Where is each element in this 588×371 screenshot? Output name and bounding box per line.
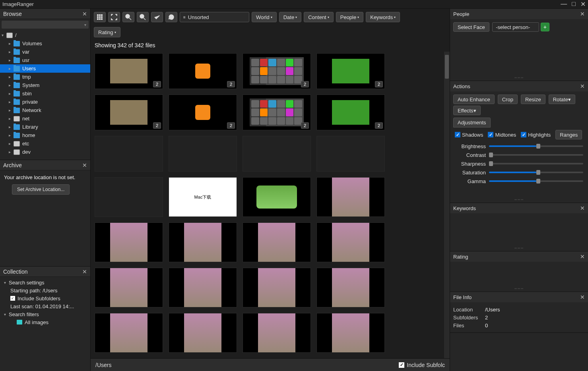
thumbnail[interactable]: 2 bbox=[316, 95, 385, 130]
tree-item-etc[interactable]: ▸etc bbox=[0, 139, 90, 148]
thumbnail[interactable]: 2 bbox=[169, 95, 237, 130]
close-icon[interactable]: ✕ bbox=[82, 269, 87, 275]
count-badge: 2 bbox=[227, 81, 235, 87]
tree-root[interactable]: ▾/ bbox=[0, 31, 90, 39]
thumbnail[interactable] bbox=[316, 268, 385, 307]
tree-item-private[interactable]: ▸private bbox=[0, 98, 90, 106]
tree-item-library[interactable]: ▸Library bbox=[0, 123, 90, 131]
tree-item-net[interactable]: ▸net bbox=[0, 114, 90, 123]
sharpness-slider[interactable]: Sharpness bbox=[453, 159, 585, 168]
maximize-button[interactable]: □ bbox=[572, 0, 576, 8]
shadows-check[interactable]: ✓Shadows bbox=[455, 132, 483, 138]
thumbnail[interactable] bbox=[95, 222, 163, 262]
zoom-in-button[interactable] bbox=[122, 12, 134, 22]
tree-item-var[interactable]: ▸var bbox=[0, 48, 90, 56]
thumbnail[interactable] bbox=[169, 136, 237, 172]
thumbnail[interactable] bbox=[243, 268, 311, 307]
thumbnail[interactable] bbox=[95, 177, 163, 217]
close-button[interactable]: ✕ bbox=[580, 0, 586, 8]
tree-item-tmp[interactable]: ▸tmp bbox=[0, 73, 90, 81]
thumbnail[interactable] bbox=[316, 136, 385, 172]
check-button[interactable] bbox=[151, 12, 163, 22]
fullscreen-button[interactable] bbox=[108, 12, 120, 22]
search-filters[interactable]: ▾Search filters bbox=[2, 310, 89, 318]
close-icon[interactable]: ✕ bbox=[580, 11, 585, 17]
close-icon[interactable]: ✕ bbox=[580, 253, 585, 260]
resize-button[interactable]: Resize bbox=[521, 95, 545, 104]
thumbnail[interactable] bbox=[243, 177, 311, 217]
close-icon[interactable]: ✕ bbox=[82, 162, 87, 168]
effects-button[interactable]: Effects▾ bbox=[453, 106, 481, 115]
thumbnail[interactable]: 2 bbox=[243, 95, 311, 130]
resize-grip[interactable]: ┉┉┉ bbox=[450, 245, 588, 251]
tree-item-users[interactable]: ▸Users bbox=[0, 64, 90, 73]
thumbnail[interactable] bbox=[316, 177, 385, 217]
tree-item-home[interactable]: ▸home bbox=[0, 131, 90, 139]
thumbnail[interactable] bbox=[316, 222, 385, 262]
minimize-button[interactable]: — bbox=[561, 0, 567, 8]
include-subfolders-check[interactable]: ✓ Include Subfolc bbox=[399, 362, 445, 368]
browse-dropdown[interactable]: ▾ bbox=[2, 21, 89, 29]
keywords-filter[interactable]: Keywords▾ bbox=[366, 12, 400, 22]
world-filter[interactable]: World▾ bbox=[252, 12, 277, 22]
select-person-dropdown[interactable]: -select person- bbox=[492, 22, 539, 32]
select-face-button[interactable]: Select Face bbox=[453, 22, 489, 32]
disk-icon bbox=[6, 33, 13, 38]
search-settings[interactable]: ▾Search settings bbox=[2, 278, 89, 286]
ranges-button[interactable]: Ranges bbox=[555, 130, 582, 139]
set-archive-button[interactable]: Set Archive Location... bbox=[12, 184, 70, 195]
thumbnail[interactable] bbox=[243, 222, 311, 262]
people-filter[interactable]: People▾ bbox=[336, 12, 363, 22]
add-person-button[interactable]: + bbox=[541, 23, 549, 31]
resize-grip[interactable]: ┉┉┉ bbox=[450, 286, 588, 292]
saturation-slider[interactable]: Saturation bbox=[453, 168, 585, 177]
thumbnail[interactable]: 2 bbox=[243, 53, 311, 89]
all-images-filter[interactable]: All images bbox=[2, 318, 89, 326]
close-icon[interactable]: ✕ bbox=[82, 11, 87, 17]
thumbnail[interactable] bbox=[243, 313, 311, 353]
midtones-check[interactable]: ✓Midtones bbox=[488, 132, 516, 138]
tree-item-system[interactable]: ▸System bbox=[0, 81, 90, 89]
thumbnail[interactable]: 2 bbox=[316, 53, 385, 89]
content-filter[interactable]: Content▾ bbox=[304, 12, 334, 22]
thumbnail[interactable]: Mac下载 bbox=[169, 177, 237, 217]
date-filter[interactable]: Date▾ bbox=[279, 12, 301, 22]
folder-icon bbox=[14, 41, 20, 46]
rating-filter[interactable]: Rating▾ bbox=[94, 27, 120, 37]
thumbnail[interactable] bbox=[316, 313, 385, 353]
resize-grip[interactable]: ┉┉┉ bbox=[450, 197, 588, 203]
contrast-slider[interactable]: Contrast bbox=[453, 151, 585, 159]
tree-item-dev[interactable]: ▸dev bbox=[0, 148, 90, 156]
thumbnail[interactable] bbox=[169, 268, 237, 307]
refresh-button[interactable] bbox=[165, 12, 177, 22]
thumbnail[interactable] bbox=[95, 136, 163, 172]
thumbnail[interactable] bbox=[243, 136, 311, 172]
close-icon[interactable]: ✕ bbox=[580, 294, 585, 300]
close-icon[interactable]: ✕ bbox=[580, 205, 585, 211]
include-subfolders-option[interactable]: ✓Include Subfolders bbox=[2, 294, 89, 302]
thumbnail[interactable]: 2 bbox=[169, 53, 237, 89]
zoom-out-button[interactable] bbox=[137, 12, 149, 22]
highlights-check[interactable]: ✓Highlights bbox=[521, 132, 551, 138]
thumbnail[interactable]: 2 bbox=[95, 53, 163, 89]
thumbnail[interactable] bbox=[95, 313, 163, 353]
tree-item-volumes[interactable]: ▸Volumes bbox=[0, 39, 90, 48]
tree-item-network[interactable]: ▸Network bbox=[0, 106, 90, 114]
rotate-button[interactable]: Rotate▾ bbox=[549, 95, 575, 104]
tree-item-usr[interactable]: ▸usr bbox=[0, 56, 90, 64]
resize-grip[interactable]: ┉┉┉ bbox=[450, 75, 588, 81]
close-icon[interactable]: ✕ bbox=[580, 83, 585, 89]
thumbnail[interactable]: 2 bbox=[95, 95, 163, 130]
sort-select[interactable]: ≡Unsorted bbox=[180, 12, 249, 22]
crop-button[interactable]: Crop bbox=[498, 95, 518, 104]
scrollbar[interactable] bbox=[444, 52, 450, 358]
grid-view-button[interactable] bbox=[94, 12, 106, 22]
thumbnail[interactable] bbox=[95, 268, 163, 307]
auto-enhance-button[interactable]: Auto Enhance bbox=[453, 95, 495, 104]
thumbnail[interactable] bbox=[169, 313, 237, 353]
tree-item-sbin[interactable]: ▸sbin bbox=[0, 89, 90, 98]
brightness-slider[interactable]: Brightness bbox=[453, 142, 585, 151]
thumbnail[interactable] bbox=[169, 222, 237, 262]
adjustments-tab[interactable]: Adjustments bbox=[453, 118, 491, 128]
gamma-slider[interactable]: Gamma bbox=[453, 177, 585, 186]
